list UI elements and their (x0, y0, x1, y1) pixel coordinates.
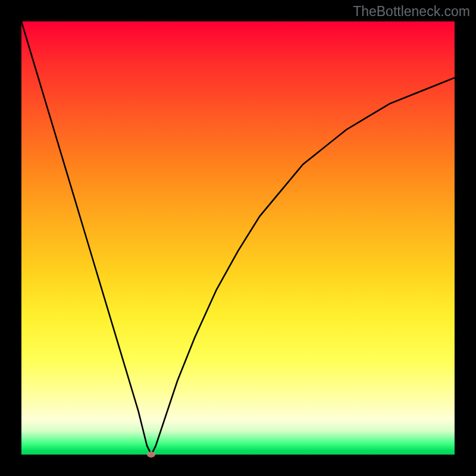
watermark-text: TheBottleneck.com (353, 4, 470, 20)
bottleneck-curve (21, 21, 455, 455)
curve-svg (21, 21, 455, 455)
min-point-marker (147, 452, 155, 458)
plot-area (21, 21, 455, 455)
chart-stage: TheBottleneck.com (0, 0, 476, 476)
